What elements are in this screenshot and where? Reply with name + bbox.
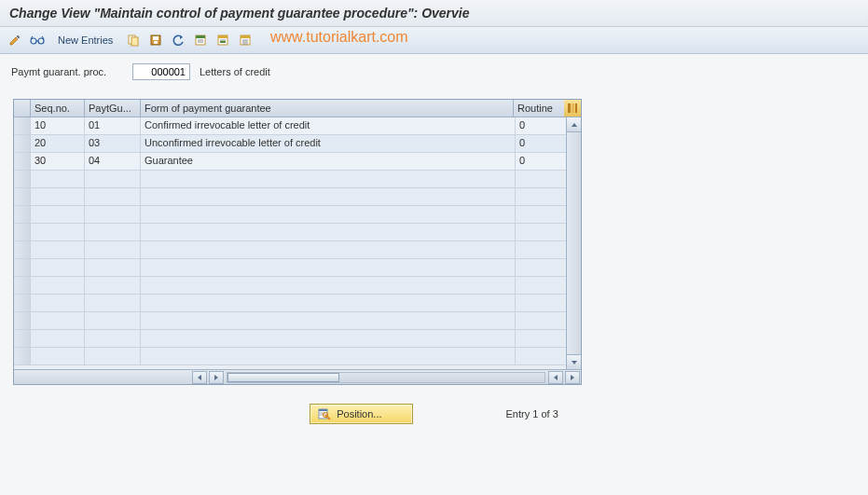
row-selector[interactable] bbox=[14, 277, 31, 294]
cell-routine[interactable]: 0 bbox=[516, 153, 566, 170]
cell-paytgu[interactable] bbox=[85, 330, 141, 347]
row-selector[interactable] bbox=[14, 188, 31, 205]
cell-routine[interactable] bbox=[516, 295, 566, 311]
cell-seq[interactable] bbox=[31, 277, 85, 294]
copy-icon[interactable] bbox=[124, 31, 143, 49]
cell-form[interactable]: Guarantee bbox=[141, 153, 516, 170]
cell-paytgu[interactable] bbox=[85, 224, 141, 241]
h-scroll-track[interactable] bbox=[227, 372, 545, 383]
cell-seq[interactable] bbox=[31, 348, 85, 364]
scroll-up-icon[interactable] bbox=[567, 117, 581, 132]
row-selector[interactable] bbox=[14, 259, 31, 276]
row-selector[interactable] bbox=[14, 295, 31, 311]
scroll-left-icon[interactable] bbox=[192, 371, 207, 384]
cell-routine[interactable] bbox=[516, 224, 566, 241]
cell-seq[interactable] bbox=[31, 188, 85, 205]
cell-paytgu[interactable] bbox=[85, 312, 141, 329]
horizontal-scrollbar[interactable] bbox=[14, 369, 581, 384]
cell-seq[interactable] bbox=[31, 330, 85, 347]
cell-routine[interactable] bbox=[516, 188, 566, 205]
row-selector[interactable] bbox=[14, 153, 31, 170]
cell-paytgu[interactable] bbox=[85, 188, 141, 205]
cell-paytgu[interactable]: 04 bbox=[85, 153, 141, 170]
cell-form[interactable]: Unconfirmed irrevocable letter of credit bbox=[141, 135, 516, 152]
cell-form[interactable] bbox=[141, 330, 516, 347]
cell-routine[interactable] bbox=[516, 206, 566, 223]
cell-form[interactable] bbox=[141, 348, 516, 364]
cell-paytgu[interactable]: 01 bbox=[85, 117, 141, 134]
cell-form[interactable] bbox=[141, 224, 516, 241]
cell-form[interactable] bbox=[141, 312, 516, 329]
h-scroll-thumb[interactable] bbox=[227, 373, 339, 382]
cell-routine[interactable]: 0 bbox=[516, 135, 566, 152]
cell-paytgu[interactable] bbox=[85, 171, 141, 187]
cell-seq[interactable] bbox=[31, 206, 85, 223]
row-selector[interactable] bbox=[14, 135, 31, 152]
cell-seq[interactable] bbox=[31, 224, 85, 241]
cell-paytgu[interactable]: 03 bbox=[85, 135, 141, 152]
cell-form[interactable]: Confirmed irrevocable letter of credit bbox=[141, 117, 516, 134]
row-selector[interactable] bbox=[14, 117, 31, 134]
glasses-icon[interactable] bbox=[28, 31, 47, 49]
col-form[interactable]: Form of payment guarantee bbox=[141, 100, 514, 117]
cell-form[interactable] bbox=[141, 241, 516, 258]
cell-form[interactable] bbox=[141, 171, 516, 187]
scroll-down-icon[interactable] bbox=[567, 354, 581, 369]
cell-paytgu[interactable] bbox=[85, 348, 141, 364]
deselect-icon[interactable] bbox=[236, 31, 255, 49]
change-icon[interactable] bbox=[6, 31, 24, 49]
cell-paytgu[interactable] bbox=[85, 206, 141, 223]
cell-seq[interactable]: 10 bbox=[31, 117, 85, 134]
col-routine[interactable]: Routine bbox=[514, 100, 564, 117]
cell-routine[interactable] bbox=[516, 259, 566, 276]
scroll-right-inner-icon[interactable] bbox=[209, 371, 224, 384]
undo-icon[interactable] bbox=[169, 31, 187, 49]
position-button[interactable]: Position... bbox=[310, 404, 412, 424]
cell-paytgu[interactable] bbox=[85, 241, 141, 258]
row-selector[interactable] bbox=[14, 224, 31, 241]
cell-routine[interactable] bbox=[516, 348, 566, 364]
cell-routine[interactable] bbox=[516, 241, 566, 258]
row-selector[interactable] bbox=[14, 206, 31, 223]
scroll-left-inner-icon[interactable] bbox=[548, 371, 563, 384]
save-var-icon[interactable] bbox=[146, 31, 165, 49]
cell-paytgu[interactable] bbox=[85, 277, 141, 294]
vertical-scrollbar[interactable] bbox=[566, 117, 581, 369]
row-selector[interactable] bbox=[14, 241, 31, 258]
cell-routine[interactable] bbox=[516, 277, 566, 294]
cell-form[interactable] bbox=[141, 188, 516, 205]
row-selector[interactable] bbox=[14, 171, 31, 187]
cell-seq[interactable] bbox=[31, 241, 85, 258]
select-all-icon[interactable] bbox=[191, 31, 210, 49]
cell-form[interactable] bbox=[141, 295, 516, 311]
cell-form[interactable] bbox=[141, 206, 516, 223]
cell-seq[interactable] bbox=[31, 259, 85, 276]
scroll-track[interactable] bbox=[567, 132, 581, 354]
cell-routine[interactable] bbox=[516, 171, 566, 187]
cell-routine[interactable] bbox=[516, 312, 566, 329]
select-block-icon[interactable] bbox=[214, 31, 232, 49]
cell-paytgu[interactable] bbox=[85, 259, 141, 276]
cell-seq[interactable] bbox=[31, 312, 85, 329]
cell-routine[interactable] bbox=[516, 330, 566, 347]
cell-seq[interactable] bbox=[31, 171, 85, 187]
cell-form[interactable] bbox=[141, 259, 516, 276]
cell-seq[interactable] bbox=[31, 295, 85, 311]
row-selector[interactable] bbox=[14, 348, 31, 364]
col-seq[interactable]: Seq.no. bbox=[31, 100, 85, 117]
cell-seq[interactable]: 30 bbox=[31, 153, 85, 170]
row-selector[interactable] bbox=[14, 330, 31, 347]
row-selector[interactable] bbox=[14, 312, 31, 329]
cell-seq[interactable]: 20 bbox=[31, 135, 85, 152]
scroll-right-icon[interactable] bbox=[565, 371, 580, 384]
proc-input[interactable] bbox=[132, 63, 190, 80]
col-paytgu[interactable]: PaytGu... bbox=[85, 100, 141, 117]
new-entries-button[interactable]: New Entries bbox=[50, 33, 120, 48]
toolbar: New Entries www.tutorialkart.com bbox=[0, 27, 868, 54]
cell-paytgu[interactable] bbox=[85, 295, 141, 311]
row-selector-header[interactable] bbox=[14, 100, 31, 117]
cell-routine[interactable]: 0 bbox=[516, 117, 566, 134]
table-row bbox=[14, 330, 566, 348]
cell-form[interactable] bbox=[141, 277, 516, 294]
column-config-icon[interactable] bbox=[564, 100, 581, 117]
